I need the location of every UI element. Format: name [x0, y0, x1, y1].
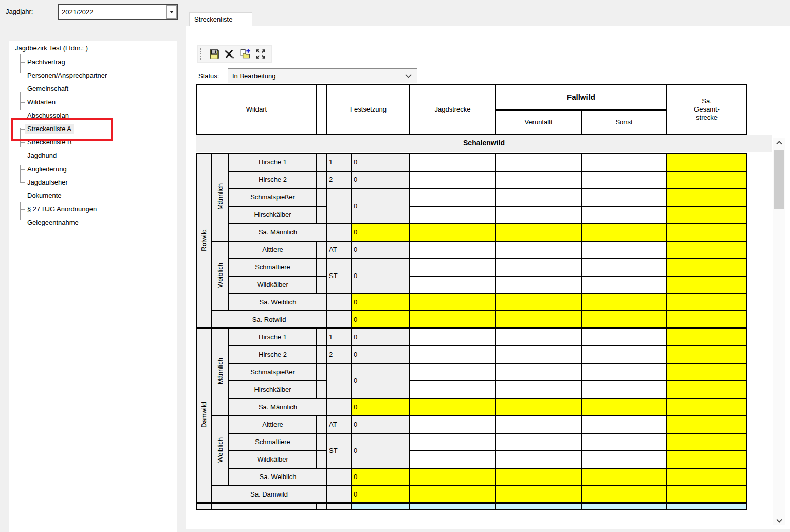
chevron-down-icon: [405, 71, 412, 78]
verunfallt-cell[interactable]: [495, 433, 581, 451]
tree-item-gemeinschaft[interactable]: Gemeinschaft: [25, 84, 70, 94]
spacer-cell: [317, 276, 327, 293]
verunfallt-cell[interactable]: [495, 381, 581, 398]
jagdstrecke-cell[interactable]: [410, 363, 495, 381]
sonst-cell: [581, 224, 667, 241]
header-festsetzung: Festsetzung: [327, 84, 410, 134]
jagdstrecke-cell[interactable]: [410, 189, 495, 206]
tree-item-jagdhund[interactable]: Jagdhund: [25, 151, 59, 161]
festsetzung-code-cell: [327, 224, 352, 241]
tree-item-gelegeentnahme[interactable]: Gelegeentnahme: [25, 217, 81, 228]
sonst-cell[interactable]: [581, 154, 667, 171]
jagdjahr-dropdown-button[interactable]: [166, 5, 177, 19]
festsetzung-code-cell: [327, 311, 352, 328]
wildart-label-cell: Wildkälber: [229, 451, 317, 468]
toolbar-grip-handle[interactable]: [200, 48, 202, 60]
jagdstrecke-cell[interactable]: [410, 171, 495, 189]
jagdstrecke-cell[interactable]: [410, 154, 495, 171]
tree-item-jagdaufseher[interactable]: Jagdaufseher: [25, 177, 70, 188]
jagdstrecke-cell: [410, 293, 495, 311]
sonst-cell[interactable]: [581, 276, 667, 293]
jagdstrecke-cell[interactable]: [410, 276, 495, 293]
tree-item--27-bjg-anordnungen[interactable]: § 27 BJG Anordnungen: [25, 204, 99, 214]
verunfallt-cell[interactable]: [495, 346, 581, 363]
grid-row: Sa. Rotwild0: [196, 311, 747, 328]
sonst-cell[interactable]: [581, 259, 667, 276]
grid-body-table: RotwildMännlichHirsche 110Hirsche 220Sch…: [196, 153, 747, 510]
grid-row: Sa. Weiblich0: [196, 468, 747, 486]
tree-item-streckenliste-a[interactable]: Streckenliste A: [25, 124, 74, 134]
scroll-up-button[interactable]: [773, 138, 785, 146]
grid-row: Wildkälber: [196, 451, 747, 468]
jagdjahr-value: 2021/2022: [59, 8, 166, 16]
tree-item-pachtvertrag[interactable]: Pachtvertrag: [25, 57, 67, 67]
status-combobox[interactable]: In Bearbeitung: [228, 68, 417, 83]
wildart-label-cell: Hirsche 2: [229, 346, 317, 363]
sonst-cell[interactable]: [581, 206, 667, 224]
tree-connector-line: [20, 54, 21, 223]
verunfallt-cell[interactable]: [495, 276, 581, 293]
sonst-cell[interactable]: [581, 416, 667, 433]
tree-item-dokumente[interactable]: Dokumente: [25, 191, 63, 201]
sonst-cell[interactable]: [581, 451, 667, 468]
sonst-cell[interactable]: [581, 189, 667, 206]
tree-item-personen-ansprechpartner[interactable]: Personen/Ansprechpartner: [25, 70, 109, 81]
jagdstrecke-cell[interactable]: [410, 433, 495, 451]
jagdstrecke-cell[interactable]: [410, 346, 495, 363]
sonst-cell[interactable]: [581, 363, 667, 381]
festsetzung-value-cell: 0: [352, 346, 410, 363]
grid-row: Schmalspießer0: [196, 189, 747, 206]
new-copy-button[interactable]: [237, 47, 253, 61]
tree-item-wildarten[interactable]: Wildarten: [25, 97, 58, 107]
grid-scroll-viewport[interactable]: Schalenwild RotwildMännlichHirsche 110Hi…: [196, 135, 772, 529]
sonst-cell[interactable]: [581, 346, 667, 363]
copy-page-icon: [239, 48, 251, 60]
sonst-cell[interactable]: [581, 381, 667, 398]
tree-root-node[interactable]: Jagdbezirk Test (Lfdnr.: ): [15, 44, 88, 52]
expand-button[interactable]: [253, 47, 268, 61]
verunfallt-cell[interactable]: [495, 206, 581, 224]
scrollbar-thumb[interactable]: [774, 150, 784, 209]
verunfallt-cell: [495, 311, 581, 328]
verunfallt-cell[interactable]: [495, 416, 581, 433]
sonst-cell[interactable]: [581, 241, 667, 259]
save-button[interactable]: [207, 47, 222, 61]
scroll-down-button[interactable]: [773, 517, 785, 525]
jagdstrecke-cell[interactable]: [410, 416, 495, 433]
verunfallt-cell[interactable]: [495, 171, 581, 189]
festsetzung-code-cell: [327, 363, 352, 398]
jagdstrecke-cell[interactable]: [410, 451, 495, 468]
sonst-cell: [581, 398, 667, 416]
festsetzung-value-cell: 0: [352, 259, 410, 293]
sonst-cell[interactable]: [581, 171, 667, 189]
verunfallt-cell[interactable]: [495, 241, 581, 259]
vertical-scrollbar[interactable]: [773, 138, 785, 525]
verunfallt-cell[interactable]: [495, 451, 581, 468]
gesamtstrecke-cell: [667, 154, 747, 171]
subgroup-name-cell: Weiblich: [211, 241, 229, 311]
tree-item-abschussplan[interactable]: Abschussplan: [25, 111, 71, 121]
jagdjahr-combobox[interactable]: 2021/2022: [58, 4, 178, 20]
tree-item-angliederung[interactable]: Angliederung: [25, 164, 69, 174]
jagdstrecke-cell[interactable]: [410, 328, 495, 346]
grid-row: Hirsche 220: [196, 346, 747, 363]
header-wildart: Wildart: [196, 84, 317, 134]
jagdstrecke-cell[interactable]: [410, 381, 495, 398]
verunfallt-cell[interactable]: [495, 189, 581, 206]
wildart-label-cell: Alttiere: [229, 241, 317, 259]
gesamtstrecke-cell: [667, 171, 747, 189]
jagdstrecke-cell[interactable]: [410, 206, 495, 224]
jagdstrecke-cell[interactable]: [410, 259, 495, 276]
verunfallt-cell: [495, 503, 581, 509]
delete-button[interactable]: [222, 47, 237, 61]
subgroup-name-cell: Männlich: [211, 328, 229, 416]
tree-item-streckenliste-b[interactable]: Streckenliste B: [25, 137, 74, 148]
jagdstrecke-cell[interactable]: [410, 241, 495, 259]
tab-streckenliste[interactable]: Streckenliste: [189, 12, 252, 26]
verunfallt-cell[interactable]: [495, 363, 581, 381]
sonst-cell[interactable]: [581, 433, 667, 451]
verunfallt-cell[interactable]: [495, 259, 581, 276]
sonst-cell[interactable]: [581, 328, 667, 346]
verunfallt-cell[interactable]: [495, 328, 581, 346]
verunfallt-cell[interactable]: [495, 154, 581, 171]
